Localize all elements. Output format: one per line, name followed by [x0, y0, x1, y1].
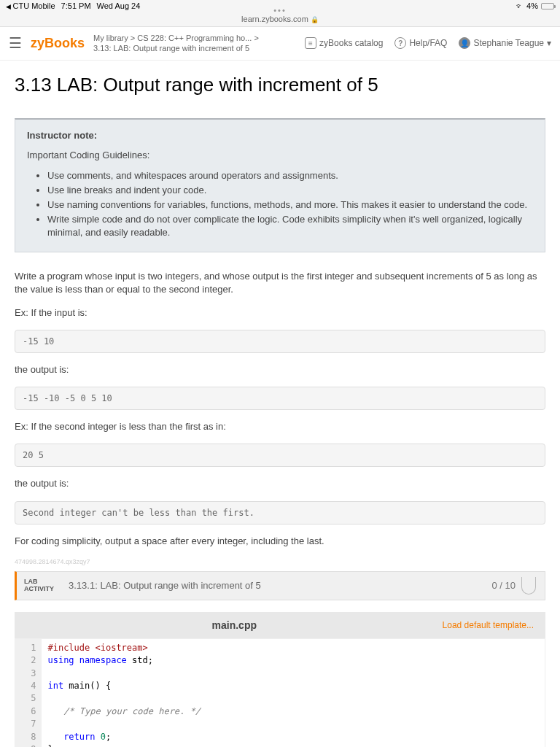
help-link[interactable]: ? Help/FAQ — [394, 37, 447, 49]
example-input: 20 5 — [15, 444, 545, 467]
code-area[interactable]: #include <iostream> using namespace std;… — [42, 639, 545, 747]
code-editor[interactable]: 12345678910 #include <iostream> using na… — [15, 638, 545, 747]
menu-icon[interactable]: ☰ — [9, 34, 22, 52]
battery-pct: 4% — [526, 1, 538, 10]
output-label: the output is: — [15, 477, 545, 490]
list-item: Use comments, and whitespaces around ope… — [47, 169, 533, 182]
instructor-note: Instructor note: Important Coding Guidel… — [15, 118, 545, 252]
list-item: Use line breaks and indent your code. — [47, 184, 533, 197]
catalog-link[interactable]: ≡ zyBooks catalog — [305, 37, 383, 49]
guidelines-title: Important Coding Guidelines: — [27, 150, 533, 160]
lab-activity-header: LABACTIVITY 3.13.1: LAB: Output range wi… — [15, 571, 545, 600]
shield-icon — [521, 577, 536, 595]
guidelines-list: Use comments, and whitespaces around ope… — [47, 169, 533, 240]
breadcrumb-sub: 3.13: LAB: Output range with increment o… — [93, 43, 296, 53]
person-icon: 👤 — [459, 37, 470, 49]
example-output: Second integer can't be less than the fi… — [15, 501, 545, 525]
breadcrumb-top: My library > CS 228: C++ Programming ho.… — [93, 33, 296, 43]
status-date: Wed Aug 24 — [97, 1, 141, 10]
user-menu[interactable]: 👤 Stephanie Teague ▾ — [459, 37, 551, 49]
page-title: 3.13 LAB: Output range with increment of… — [15, 74, 545, 96]
breadcrumb[interactable]: My library > CS 228: C++ Programming ho.… — [93, 33, 296, 54]
example-label: Ex: If the second integer is less than t… — [15, 420, 545, 433]
editor-file-bar: main.cpp Load default template... — [15, 612, 545, 638]
load-template-link[interactable]: Load default template... — [443, 620, 534, 630]
note-title: Instructor note: — [27, 130, 533, 141]
wifi-icon: ᯤ — [516, 1, 524, 10]
list-item: Write simple code and do not over compli… — [47, 213, 533, 239]
back-app[interactable]: CTU Mobile — [6, 1, 55, 10]
problem-intro: Write a program whose input is two integ… — [15, 270, 545, 296]
lab-badge: LABACTIVITY — [17, 578, 61, 593]
lock-icon: 🔒 — [311, 16, 319, 23]
example-label: Ex: If the input is: — [15, 306, 545, 320]
filename: main.cpp — [26, 619, 443, 631]
status-time: 7:51 PM — [61, 1, 91, 10]
line-gutter: 12345678910 — [15, 639, 42, 747]
zybooks-logo[interactable]: zyBooks — [31, 36, 85, 51]
lab-score: 0 / 10 — [491, 580, 516, 591]
problem-footer: For coding simplicity, output a space af… — [15, 535, 545, 548]
url-text: learn.zybooks.com — [241, 15, 308, 23]
output-label: the output is: — [15, 363, 545, 376]
example-input: -15 10 — [15, 330, 545, 353]
browser-url-bar[interactable]: ••• learn.zybooks.com 🔒 — [0, 12, 560, 27]
help-icon: ? — [394, 37, 406, 49]
watermark: 474998.2814674.qx3zqy7 — [15, 558, 545, 565]
chevron-down-icon: ▾ — [547, 38, 551, 48]
battery-icon — [541, 3, 554, 9]
catalog-icon: ≡ — [305, 37, 316, 49]
lab-title: 3.13.1: LAB: Output range with increment… — [61, 580, 491, 591]
site-nav: ☰ zyBooks My library > CS 228: C++ Progr… — [0, 27, 560, 61]
example-output: -15 -10 -5 0 5 10 — [15, 387, 545, 410]
browser-menu-icon[interactable]: ••• — [273, 6, 287, 15]
list-item: Use naming conventions for variables, fu… — [47, 198, 533, 212]
